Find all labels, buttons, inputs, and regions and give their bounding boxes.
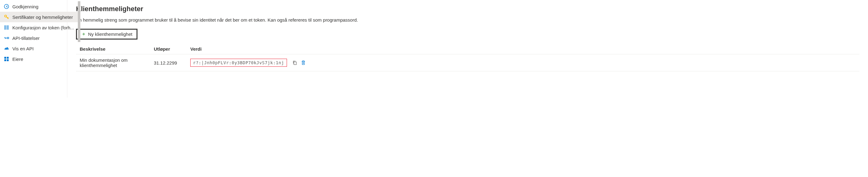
header-description: Beskrivelse bbox=[80, 46, 154, 52]
svg-rect-2 bbox=[5, 25, 6, 30]
svg-rect-10 bbox=[4, 59, 6, 61]
scrollbar-thumb[interactable] bbox=[78, 1, 80, 42]
table-row: Min dokumentasjon om klienthemmelighet 3… bbox=[76, 54, 859, 71]
svg-rect-8 bbox=[4, 57, 6, 59]
svg-rect-4 bbox=[8, 25, 9, 30]
delete-icon[interactable] bbox=[301, 60, 306, 65]
expose-api-icon bbox=[4, 46, 9, 51]
sidebar-item-owners[interactable]: Eiere bbox=[0, 54, 78, 64]
cell-expires: 31.12.2299 bbox=[154, 60, 190, 65]
auth-icon bbox=[4, 4, 9, 9]
header-expires: Utløper bbox=[154, 46, 190, 52]
svg-point-7 bbox=[5, 49, 6, 50]
token-config-icon bbox=[4, 25, 9, 30]
copy-icon[interactable] bbox=[292, 60, 298, 65]
sidebar-item-label: Konfigurasjon av token (forh... bbox=[12, 25, 74, 30]
svg-point-6 bbox=[7, 49, 8, 50]
api-permissions-icon bbox=[4, 35, 9, 41]
svg-rect-3 bbox=[6, 25, 7, 30]
new-secret-label: Ny klienthemmelighet bbox=[88, 31, 132, 37]
key-icon bbox=[4, 14, 9, 20]
secrets-table: Beskrivelse Utløper Verdi Min dokumentas… bbox=[76, 44, 859, 71]
new-client-secret-button[interactable]: ＋ Ny klienthemmelighet bbox=[76, 29, 137, 39]
header-value: Verdi bbox=[190, 46, 856, 52]
sidebar-item-label: Godkjenning bbox=[12, 4, 38, 9]
sidebar-item-expose-api[interactable]: Vis en API bbox=[0, 43, 78, 54]
page-title: Klienthemmeligheter bbox=[76, 5, 859, 13]
main-content: Klienthemmeligheter En hemmelig streng s… bbox=[67, 0, 868, 98]
table-header: Beskrivelse Utløper Verdi bbox=[76, 44, 859, 54]
sidebar-item-label: Eiere bbox=[12, 57, 23, 62]
svg-point-5 bbox=[7, 37, 9, 39]
sidebar: Godkjenning Sertifikater og hemmelighete… bbox=[0, 0, 67, 98]
svg-rect-11 bbox=[7, 59, 9, 61]
plus-icon: ＋ bbox=[81, 31, 86, 37]
secret-value[interactable]: r?:|Jnh0pFLVr:0y3BDP70kJvS7jk:1nj bbox=[190, 59, 287, 67]
owners-icon bbox=[4, 56, 9, 62]
cell-description: Min dokumentasjon om klienthemmelighet bbox=[80, 57, 154, 68]
page-description: En hemmelig streng som programmet bruker… bbox=[76, 17, 360, 23]
sidebar-item-authentication[interactable]: Godkjenning bbox=[0, 1, 78, 12]
sidebar-item-certificates-secrets[interactable]: Sertifikater og hemmeligheter bbox=[0, 12, 78, 22]
svg-rect-12 bbox=[294, 62, 296, 64]
sidebar-item-label: Vis en API bbox=[12, 46, 34, 51]
sidebar-item-token-configuration[interactable]: Konfigurasjon av token (forh... bbox=[0, 22, 78, 33]
sidebar-item-label: API-tillatelser bbox=[12, 35, 39, 41]
row-actions bbox=[292, 60, 306, 65]
sidebar-item-label: Sertifikater og hemmeligheter bbox=[12, 14, 73, 20]
sidebar-items: Godkjenning Sertifikater og hemmelighete… bbox=[0, 1, 78, 96]
sidebar-item-api-permissions[interactable]: API-tillatelser bbox=[0, 33, 78, 43]
svg-rect-9 bbox=[7, 57, 9, 59]
cell-value: r?:|Jnh0pFLVr:0y3BDP70kJvS7jk:1nj bbox=[190, 59, 856, 67]
